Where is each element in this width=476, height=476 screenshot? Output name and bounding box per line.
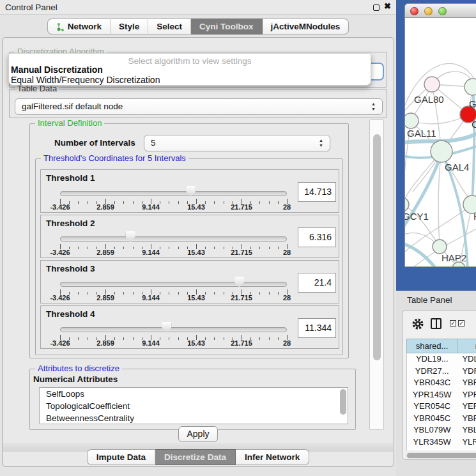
table-row[interactable]: YBR045CYBR0 — [407, 413, 476, 425]
table-cell: YBR045C — [407, 413, 457, 425]
table-data-selected: galFiltered.sif default node — [22, 102, 123, 111]
tab-cyni-toolbox[interactable]: Cyni Toolbox — [191, 19, 263, 35]
panel-scrollbar-thumb[interactable] — [373, 134, 381, 360]
threshold-label: Threshold 4 — [46, 309, 95, 319]
network-node[interactable] — [464, 79, 476, 95]
table-row[interactable]: YPR145WYPR1 — [407, 389, 476, 401]
column-header[interactable]: shared... — [406, 339, 457, 353]
table-cell: YDR27... — [407, 365, 457, 378]
table-cell: YDR2 — [457, 365, 476, 378]
table-cell: YDL1 — [457, 353, 476, 365]
stepper-arrows-icon: ▲▼ — [318, 138, 324, 148]
attribute-item[interactable]: TopologicalCoefficient — [40, 400, 348, 412]
threshold-panel: Threshold 2-3.4262.8599.14415.4321.71528… — [40, 215, 339, 258]
numerical-attributes-label: Numerical Attributes — [33, 374, 118, 384]
slider-track[interactable] — [60, 327, 287, 332]
node-label: C — [472, 119, 476, 130]
panel-scrollbar[interactable] — [369, 119, 384, 430]
table-cell: YER0 — [457, 401, 476, 413]
algorithm-dropdown-popup: Select algorithm to view settings Manual… — [8, 53, 371, 86]
close-icon[interactable]: ✖ — [384, 1, 391, 11]
tab-impute-data[interactable]: Impute Data — [87, 449, 155, 465]
threshold-value-field[interactable]: 6.316 — [298, 227, 336, 247]
table-row[interactable]: YDL19...YDL1 — [407, 353, 476, 365]
tab-infer-network[interactable]: Infer Network — [236, 449, 309, 465]
network-node[interactable] — [433, 240, 447, 254]
threshold-value-field[interactable]: 11.344 — [298, 318, 336, 338]
threshold-value-field[interactable]: 21.4 — [298, 273, 336, 293]
attributes-list[interactable]: SelfLoopsTopologicalCoefficientBetweenne… — [39, 387, 348, 424]
algorithm-option[interactable]: Manual Discretization — [11, 65, 103, 75]
thresholds-title: Threshold's Coordinates for 5 Intervals — [41, 153, 188, 163]
network-canvas[interactable]: GAL80GACGAL11GAL4GCY1HHAP2 — [405, 18, 476, 267]
table-cell: YBR0 — [457, 413, 476, 425]
table-horizontal-scrollbar[interactable] — [406, 452, 476, 459]
tab-style[interactable]: Style — [111, 19, 148, 35]
panel-title: Control Panel — [5, 3, 58, 12]
table-row[interactable]: YER054CYER0 — [407, 401, 476, 413]
network-node[interactable] — [405, 197, 409, 211]
table-hscroll-thumb[interactable] — [407, 453, 476, 458]
slider-tick-labels: -3.4262.8599.14415.4321.71528 — [60, 249, 287, 256]
node-label: GAL11 — [407, 128, 436, 139]
split-columns-icon[interactable] — [431, 318, 441, 329]
threshold-label: Threshold 1 — [46, 173, 95, 183]
float-window-icon[interactable] — [373, 4, 380, 11]
top-tab-bar: NetworkStyleSelectCyni ToolboxjActiveMNo… — [0, 19, 396, 35]
slider-tick-labels: -3.4262.8599.14415.4321.71528 — [60, 294, 287, 302]
slider-track[interactable] — [60, 282, 287, 287]
table-cell: YBR043C — [407, 377, 457, 389]
attribute-item[interactable]: BetweennessCentrality — [40, 412, 348, 424]
slider-track[interactable] — [60, 236, 287, 242]
threshold-panel: Threshold 3-3.4262.8599.14415.4321.71528… — [40, 260, 339, 303]
table-row[interactable]: YDR27...YDR2 — [407, 365, 476, 378]
table-row[interactable]: YBL079WYBL0 — [407, 424, 476, 436]
minimize-traffic-light-icon[interactable] — [424, 7, 433, 15]
table-cell: YLR345W — [407, 436, 457, 449]
settings-scroll-area: Interval Definition Number of Intervals … — [9, 119, 368, 430]
attribute-item[interactable]: SelfLoops — [40, 388, 348, 400]
table-cell: YPR1 — [457, 389, 476, 401]
node-label: GCY1 — [405, 211, 429, 222]
tab-network[interactable]: Network — [47, 19, 111, 35]
bottom-tab-bar: Impute DataDiscretize DataInfer Network — [3, 449, 394, 465]
table-row[interactable]: YLR345WYLR3 — [407, 436, 476, 449]
node-label: GAL80 — [414, 94, 444, 105]
attributes-scrollbar[interactable] — [340, 389, 346, 415]
network-window: GAL80GACGAL11GAL4GCY1HHAP2 — [404, 3, 476, 267]
interval-definition-group: Interval Definition Number of Intervals … — [29, 123, 349, 358]
slider-track[interactable] — [60, 191, 287, 196]
table-row[interactable]: YBR043CYBR0 — [407, 377, 476, 389]
tab-select[interactable]: Select — [148, 19, 191, 35]
table-data-combo[interactable]: galFiltered.sif default node ▲▼ — [15, 98, 383, 115]
threshold-value-field[interactable]: 14.713 — [298, 182, 336, 202]
tab-discretize-data[interactable]: Discretize Data — [155, 449, 236, 465]
apply-button[interactable]: Apply — [178, 426, 218, 442]
checkbox-icon[interactable]: ✓ — [450, 320, 456, 326]
threshold-panel: Threshold 1-3.4262.8599.14415.4321.71528… — [40, 169, 339, 213]
table-cell: YIL0 — [457, 448, 476, 450]
table-cell: YBL079W — [407, 424, 457, 436]
tab-jactivemnodules[interactable]: jActiveMNodules — [263, 19, 349, 35]
gear-icon[interactable] — [411, 317, 425, 334]
network-window-titlebar — [405, 4, 476, 18]
algorithm-option[interactable]: Equal Width/Frequency Discretization — [11, 75, 160, 85]
close-traffic-light-icon[interactable] — [410, 7, 418, 15]
table-header-row: shared...na — [406, 339, 476, 353]
node-label: HAP2 — [441, 252, 466, 263]
table-row[interactable]: YIL052CYIL0 — [407, 448, 476, 450]
network-node[interactable] — [424, 77, 440, 92]
table-toolbar: ✓ ✓ — [403, 316, 476, 335]
column-header[interactable]: na — [457, 339, 476, 353]
table-panel: Table Panel ✓ ✓ shared...na YDL19...YDL1… — [396, 291, 476, 476]
right-column: GAL80GACGAL11GAL4GCY1HHAP2 Table Panel ✓… — [396, 0, 476, 476]
network-node[interactable] — [431, 141, 452, 162]
zoom-traffic-light-icon[interactable] — [438, 7, 447, 15]
node-label: GA — [469, 98, 476, 109]
network-node[interactable] — [405, 113, 418, 128]
num-intervals-combo[interactable]: 5 ▲▼ — [144, 135, 330, 151]
table-data-group: Table Data galFiltered.sif default node … — [9, 89, 387, 118]
tab-label: Cyni Toolbox — [199, 19, 254, 34]
checkbox-icon[interactable]: ✓ — [458, 320, 464, 326]
control-panel: Control Panel ✖ NetworkStyleSelectCyni T… — [0, 0, 396, 476]
